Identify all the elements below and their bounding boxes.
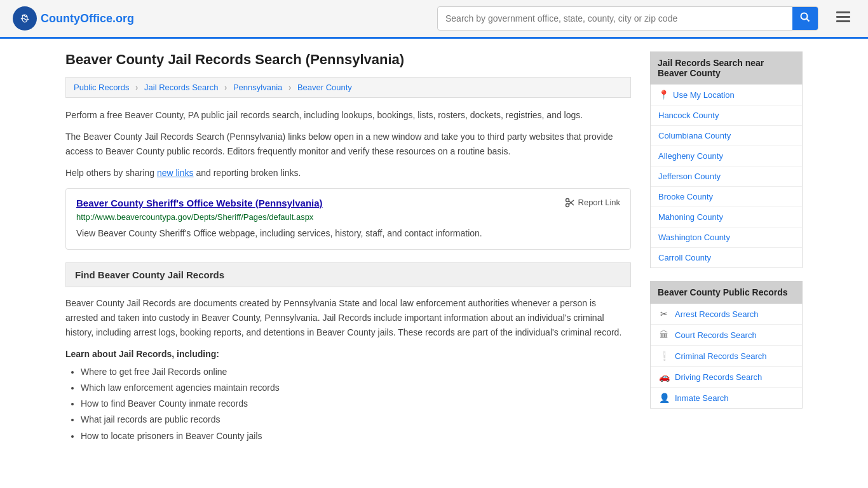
- main-column: Beaver County Jail Records Search (Penns…: [65, 51, 631, 444]
- breadcrumb-beaver-county[interactable]: Beaver County: [297, 83, 352, 92]
- find-records-heading: Find Beaver County Jail Records: [65, 262, 631, 287]
- logo-icon: [13, 6, 37, 30]
- use-location-link[interactable]: Use My Location: [673, 90, 735, 100]
- sidebar: Jail Records Search near Beaver County 📍…: [650, 51, 803, 444]
- list-item: How to find Beaver County inmate records: [81, 396, 631, 412]
- sidebar-criminal-records[interactable]: ❕ Criminal Records Search: [651, 346, 802, 367]
- sidebar-item-hancock[interactable]: Hancock County: [651, 105, 802, 126]
- breadcrumb-jail-records[interactable]: Jail Records Search: [144, 83, 218, 92]
- link-card-url: http://www.beavercountypa.gov/Depts/Sher…: [76, 212, 620, 222]
- list-item: Which law enforcement agencies maintain …: [81, 380, 631, 396]
- svg-point-7: [566, 198, 569, 201]
- list-item: How to locate prisoners in Beaver County…: [81, 428, 631, 444]
- description-1: Perform a free Beaver County, PA public …: [65, 108, 631, 122]
- site-header: CountyOffice.org: [0, 0, 868, 39]
- sidebar-item-brooke[interactable]: Brooke County: [651, 187, 802, 207]
- learn-heading: Learn about Jail Records, including:: [65, 349, 631, 359]
- search-bar: [437, 6, 818, 30]
- link-card-title: Beaver County Sheriff's Office Website (…: [76, 198, 323, 208]
- svg-point-2: [801, 13, 808, 20]
- link-card-description: View Beaver County Sheriff's Office webp…: [76, 227, 620, 240]
- sidebar-item-allegheny[interactable]: Allegheny County: [651, 146, 802, 166]
- link-card: Beaver County Sheriff's Office Website (…: [65, 188, 631, 250]
- description-3: Help others by sharing new links and rep…: [65, 166, 631, 180]
- breadcrumb: Public Records › Jail Records Search › P…: [65, 77, 631, 98]
- sidebar-arrest-records[interactable]: ✂ Arrest Records Search: [651, 304, 802, 325]
- find-records-body: Beaver County Jail Records are documents…: [65, 296, 631, 340]
- sidebar-public-records-heading: Beaver County Public Records: [650, 281, 803, 304]
- new-links-link[interactable]: new links: [157, 168, 194, 178]
- building-icon: 🏛: [658, 330, 670, 340]
- sidebar-item-carroll[interactable]: Carroll County: [651, 248, 802, 268]
- svg-rect-5: [836, 16, 850, 18]
- scissors-icon: [565, 198, 575, 208]
- logo-text: CountyOffice.org: [41, 12, 134, 25]
- svg-line-3: [807, 19, 810, 22]
- svg-point-8: [566, 203, 569, 207]
- page-wrapper: Beaver County Jail Records Search (Penns…: [53, 39, 815, 457]
- search-input[interactable]: [438, 8, 792, 29]
- sidebar-nearby-heading: Jail Records Search near Beaver County: [650, 51, 803, 85]
- svg-rect-4: [836, 11, 850, 13]
- list-item: Where to get free Jail Records online: [81, 364, 631, 380]
- page-title: Beaver County Jail Records Search (Penns…: [65, 51, 631, 68]
- sidebar-court-records[interactable]: 🏛 Court Records Search: [651, 325, 802, 346]
- site-logo[interactable]: CountyOffice.org: [13, 6, 134, 30]
- sidebar-nearby-body: 📍 Use My Location Hancock County Columbi…: [650, 85, 803, 268]
- breadcrumb-pennsylvania[interactable]: Pennsylvania: [233, 83, 282, 92]
- description-2: The Beaver County Jail Records Search (P…: [65, 130, 631, 158]
- sidebar-item-columbiana[interactable]: Columbiana County: [651, 126, 802, 146]
- link-card-title-link[interactable]: Beaver County Sheriff's Office Website (…: [76, 198, 323, 208]
- search-button[interactable]: [792, 7, 818, 30]
- sidebar-item-washington[interactable]: Washington County: [651, 227, 802, 248]
- sidebar-use-location[interactable]: 📍 Use My Location: [651, 85, 802, 105]
- person-icon: 👤: [658, 393, 670, 403]
- sidebar-inmate-search[interactable]: 👤 Inmate Search: [651, 388, 802, 408]
- svg-rect-6: [836, 20, 850, 22]
- pin-icon: 📍: [658, 90, 669, 100]
- menu-button[interactable]: [831, 8, 855, 29]
- sidebar-item-jefferson[interactable]: Jefferson County: [651, 166, 802, 187]
- breadcrumb-public-records[interactable]: Public Records: [74, 83, 129, 92]
- sidebar-item-mahoning[interactable]: Mahoning County: [651, 207, 802, 227]
- sidebar-driving-records[interactable]: 🚗 Driving Records Search: [651, 367, 802, 388]
- learn-bullets: Where to get free Jail Records online Wh…: [81, 364, 631, 444]
- list-item: What jail records are public records: [81, 412, 631, 428]
- scissors-icon: ✂: [658, 309, 670, 319]
- report-link-button[interactable]: Report Link: [565, 198, 620, 208]
- sidebar-public-records-body: ✂ Arrest Records Search 🏛 Court Records …: [650, 304, 803, 409]
- link-card-header: Beaver County Sheriff's Office Website (…: [76, 198, 620, 208]
- car-icon: 🚗: [658, 372, 670, 382]
- exclamation-icon: ❕: [658, 351, 670, 361]
